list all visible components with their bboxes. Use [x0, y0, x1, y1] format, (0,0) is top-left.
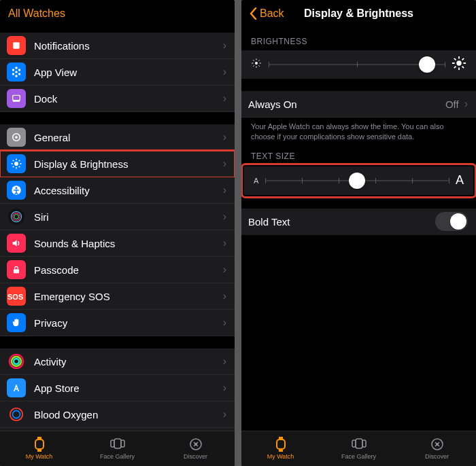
bloodoxygen-icon	[7, 405, 26, 424]
svg-point-4	[15, 71, 17, 73]
row-dock[interactable]: Dock ›	[0, 86, 235, 112]
discover-icon	[430, 437, 444, 451]
sos-icon: SOS	[7, 287, 26, 306]
svg-rect-40	[35, 440, 44, 449]
row-appview-label: App View	[34, 67, 223, 78]
svg-line-56	[258, 65, 259, 66]
bold-text-toggle[interactable]	[435, 212, 468, 231]
tab-gallery-label: Face Gallery	[341, 453, 376, 460]
display-icon	[7, 154, 26, 173]
row-bloodoxygen-label: Blood Oxygen	[34, 409, 223, 420]
chevron-right-icon: ›	[223, 317, 226, 329]
tab-mywatch-label: My Watch	[267, 453, 294, 460]
svg-point-6	[18, 73, 20, 75]
tab-mywatch[interactable]: My Watch	[0, 431, 78, 466]
svg-rect-9	[13, 101, 20, 102]
tab-gallery[interactable]: Face Gallery	[320, 431, 398, 466]
svg-point-23	[8, 209, 24, 225]
tab-bar: My Watch Face Gallery Discover	[0, 431, 235, 466]
row-appview[interactable]: App View ›	[0, 59, 235, 86]
tab-mywatch[interactable]: My Watch	[241, 431, 320, 466]
mywatch-icon	[275, 437, 286, 451]
row-sounds[interactable]: Sounds & Haptics ›	[0, 230, 235, 257]
general-icon	[7, 128, 26, 147]
svg-line-65	[462, 67, 464, 69]
svg-point-5	[12, 73, 14, 75]
chevron-left-icon	[250, 7, 257, 20]
svg-point-50	[255, 62, 258, 65]
display-body: BRIGHTNESS Always On Off › Your Apple Wa…	[241, 27, 476, 431]
chevron-right-icon: ›	[223, 92, 226, 105]
all-watches-link[interactable]: All Watches	[8, 7, 65, 20]
svg-line-55	[253, 60, 254, 60]
svg-rect-41	[37, 437, 41, 439]
row-activity-label: Activity	[34, 356, 223, 368]
settings-body: Notifications › App View › Dock › Genera…	[0, 27, 235, 431]
appstore-icon	[7, 378, 26, 397]
chevron-right-icon: ›	[223, 158, 226, 170]
chevron-right-icon: ›	[223, 211, 226, 223]
svg-rect-0	[13, 42, 19, 48]
chevron-right-icon: ›	[223, 39, 226, 52]
svg-line-58	[258, 60, 259, 60]
tab-gallery[interactable]: Face Gallery	[78, 431, 156, 466]
row-display-label: Display & Brightness	[34, 158, 223, 170]
svg-line-19	[13, 166, 14, 168]
tab-discover[interactable]: Discover	[398, 431, 476, 466]
svg-rect-68	[277, 440, 285, 449]
gallery-icon	[352, 437, 367, 451]
svg-point-2	[12, 69, 14, 71]
svg-rect-8	[13, 95, 20, 100]
tab-mywatch-label: My Watch	[26, 453, 53, 460]
row-passcode[interactable]: Passcode ›	[0, 257, 235, 283]
row-bloodoxygen[interactable]: Blood Oxygen ›	[0, 401, 235, 428]
row-notifications-label: Notifications	[34, 40, 223, 52]
row-notifications[interactable]: Notifications ›	[0, 33, 235, 59]
row-siri[interactable]: Siri ›	[0, 204, 235, 230]
chevron-right-icon: ›	[223, 290, 226, 302]
chevron-right-icon: ›	[223, 184, 226, 196]
svg-point-31	[14, 359, 19, 364]
row-activity[interactable]: Activity ›	[0, 348, 235, 375]
header: All Watches	[0, 0, 235, 27]
svg-line-20	[19, 160, 20, 162]
always-on-row[interactable]: Always On Off ›	[241, 91, 476, 118]
row-accessibility[interactable]: Accessibility ›	[0, 177, 235, 204]
back-button[interactable]: Back	[250, 7, 284, 20]
svg-rect-45	[121, 440, 124, 447]
svg-rect-69	[279, 437, 283, 439]
svg-point-59	[456, 60, 461, 65]
row-breathe[interactable]: Breathe ›	[0, 428, 235, 431]
svg-line-18	[19, 166, 20, 168]
row-appstore-label: App Store	[34, 382, 223, 394]
chevron-right-icon: ›	[464, 98, 468, 110]
tab-discover[interactable]: Discover	[156, 431, 235, 466]
bold-text-row: Bold Text	[241, 209, 476, 235]
svg-rect-44	[111, 440, 114, 447]
header: Back Display & Brightness	[241, 0, 476, 27]
notifications-icon	[7, 36, 26, 55]
chevron-right-icon: ›	[223, 131, 226, 143]
activity-icon	[7, 352, 26, 371]
text-size-slider[interactable]	[265, 180, 449, 181]
svg-rect-27	[14, 269, 19, 273]
chevron-right-icon: ›	[223, 408, 226, 420]
svg-rect-42	[37, 450, 41, 452]
row-appstore[interactable]: App Store ›	[0, 375, 235, 401]
svg-rect-71	[356, 439, 362, 448]
brightness-slider[interactable]	[269, 64, 445, 65]
row-display[interactable]: Display & Brightness ›	[0, 151, 235, 177]
svg-line-64	[454, 58, 456, 60]
chevron-right-icon: ›	[223, 355, 226, 368]
brightness-high-icon	[452, 56, 466, 73]
svg-point-12	[14, 162, 18, 166]
tab-gallery-label: Face Gallery	[100, 453, 135, 460]
svg-point-33	[13, 411, 20, 418]
svg-line-67	[462, 58, 464, 60]
row-privacy[interactable]: Privacy ›	[0, 310, 235, 336]
svg-rect-72	[352, 440, 356, 447]
chevron-right-icon: ›	[223, 382, 226, 394]
row-sos[interactable]: SOS Emergency SOS ›	[0, 283, 235, 310]
dock-icon	[7, 89, 26, 108]
row-general[interactable]: General ›	[0, 124, 235, 151]
